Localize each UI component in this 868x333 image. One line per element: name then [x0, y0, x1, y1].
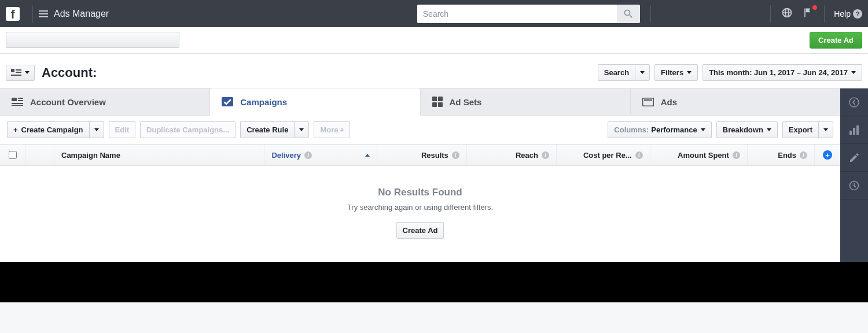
rail-charts[interactable]	[840, 116, 868, 144]
create-rule-button[interactable]: Create Rule	[240, 121, 294, 138]
info-icon: i	[733, 151, 740, 159]
plus-icon: +	[13, 125, 18, 134]
empty-create-ad-button[interactable]: Create Ad	[396, 222, 444, 239]
chevron-down-icon	[701, 128, 705, 131]
create-rule-toggle[interactable]	[294, 121, 309, 138]
column-ends[interactable]: Ends i	[748, 145, 815, 165]
columns-button[interactable]: Columns: Performance	[608, 121, 711, 138]
list-icon	[11, 69, 21, 77]
column-reach[interactable]: Reach i	[467, 145, 557, 165]
svg-rect-12	[432, 102, 437, 107]
date-range-button[interactable]: This month: Jun 1, 2017 – Jun 24, 2017	[703, 64, 862, 81]
plus-icon: +	[823, 150, 832, 160]
more-label: More	[320, 125, 338, 134]
globe-notifications[interactable]	[777, 7, 797, 20]
notification-dot	[812, 5, 817, 10]
svg-rect-17	[849, 131, 852, 135]
svg-rect-15	[644, 99, 652, 101]
flag-icon	[802, 7, 814, 18]
add-column-button[interactable]: +	[815, 145, 840, 165]
svg-rect-1	[16, 69, 21, 71]
help-link[interactable]: Help ?	[834, 9, 862, 18]
search-dropdown-button[interactable]: Search	[598, 64, 635, 81]
svg-rect-4	[12, 98, 17, 101]
tab-campaigns[interactable]: Campaigns	[210, 88, 420, 116]
chevron-down-icon	[851, 71, 856, 74]
svg-rect-7	[12, 103, 23, 104]
account-selector-stub[interactable]	[6, 32, 179, 48]
hamburger-icon	[39, 9, 48, 19]
info-icon: i	[304, 151, 312, 159]
flag-notifications[interactable]	[797, 7, 818, 20]
chevron-left-circle-icon	[848, 97, 860, 108]
empty-title: No Results Found	[0, 187, 840, 198]
search-dropdown-toggle[interactable]	[635, 64, 650, 81]
bottom-bar	[0, 262, 868, 302]
account-menu-button[interactable]	[6, 65, 35, 81]
svg-rect-6	[18, 100, 23, 101]
expand-header	[25, 145, 54, 165]
column-cost[interactable]: Cost per Re... i	[557, 145, 650, 165]
breakdown-button[interactable]: Breakdown	[716, 121, 778, 138]
campaigns-icon	[222, 97, 233, 106]
empty-subtitle: Try searching again or using different f…	[0, 203, 840, 212]
tab-ad-sets[interactable]: Ad Sets	[421, 88, 631, 115]
divider	[650, 5, 651, 23]
duplicate-button: Duplicate Campaigns...	[140, 121, 236, 138]
more-button: More	[314, 121, 350, 138]
export-button[interactable]: Export	[782, 121, 818, 138]
divider	[32, 5, 33, 23]
search-input[interactable]	[417, 5, 617, 23]
sort-asc-icon	[365, 154, 370, 157]
tab-label: Account Overview	[30, 97, 106, 107]
columns-prefix: Columns:	[614, 125, 649, 134]
ends-label: Ends	[778, 151, 796, 160]
svg-rect-10	[432, 97, 437, 101]
right-siderail	[840, 88, 868, 262]
results-label: Results	[421, 151, 448, 160]
filters-label: Filters	[661, 68, 683, 77]
svg-rect-3	[11, 75, 21, 76]
amount-label: Amount Spent	[678, 151, 729, 160]
column-campaign-name[interactable]: Campaign Name	[54, 145, 264, 165]
info-icon: i	[800, 151, 807, 159]
column-amount-spent[interactable]: Amount Spent i	[650, 145, 748, 165]
filters-button[interactable]: Filters	[654, 64, 698, 81]
chevron-down-icon	[94, 128, 99, 131]
divider	[824, 5, 825, 23]
rail-history[interactable]	[840, 172, 868, 199]
info-icon: i	[635, 151, 643, 159]
create-campaign-toggle[interactable]	[89, 121, 104, 138]
delivery-label: Delivery	[271, 151, 301, 160]
create-ad-button[interactable]: Create Ad	[810, 32, 862, 49]
column-results[interactable]: Results i	[377, 145, 467, 165]
svg-rect-11	[438, 97, 443, 101]
sort-icon	[340, 128, 344, 132]
select-all-checkbox[interactable]	[9, 151, 17, 159]
search-button[interactable]	[617, 5, 640, 23]
tab-account-overview[interactable]: Account Overview	[0, 88, 210, 115]
tab-ads[interactable]: Ads	[631, 88, 840, 115]
facebook-logo[interactable]: f	[6, 7, 20, 21]
nav-search	[417, 5, 640, 23]
column-delivery[interactable]: Delivery i	[264, 145, 377, 165]
create-campaign-button[interactable]: + Create Campaign	[7, 121, 89, 138]
rail-edit[interactable]	[840, 144, 868, 172]
svg-rect-19	[856, 125, 859, 135]
svg-rect-18	[853, 128, 855, 135]
info-icon: i	[542, 151, 549, 159]
breakdown-label: Breakdown	[723, 125, 763, 134]
info-icon: i	[452, 151, 459, 159]
search-icon	[623, 8, 634, 20]
page-title: Account:	[42, 65, 97, 80]
chevron-down-icon	[25, 71, 30, 74]
svg-rect-9	[222, 97, 233, 106]
select-all-header[interactable]	[0, 145, 25, 165]
rail-collapse[interactable]	[840, 88, 868, 116]
help-icon: ?	[853, 9, 862, 18]
svg-rect-2	[16, 72, 21, 73]
svg-rect-5	[18, 98, 23, 99]
export-toggle[interactable]	[818, 121, 833, 138]
nav-menu[interactable]: Ads Manager	[39, 9, 109, 19]
chevron-down-icon	[640, 71, 645, 74]
